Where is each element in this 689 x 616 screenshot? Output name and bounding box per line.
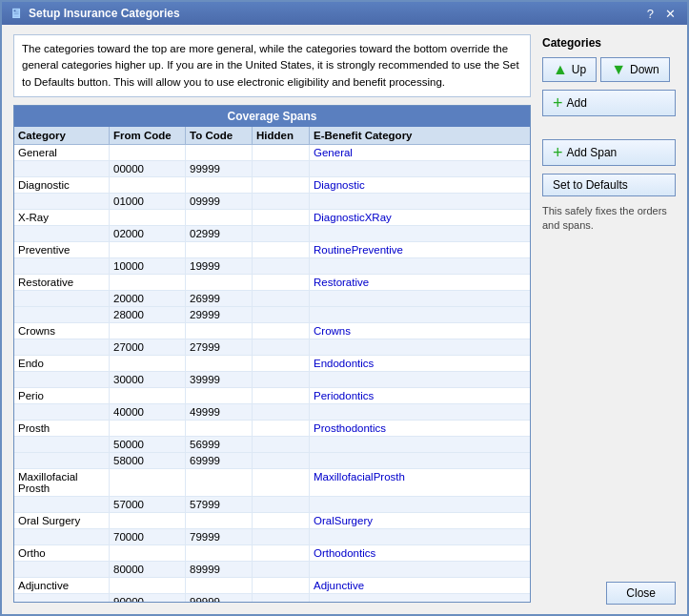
table-row[interactable]: CrownsCrowns: [14, 323, 530, 339]
cell-category: [14, 258, 110, 274]
cell-to-code: 02999: [186, 226, 253, 241]
table-row[interactable]: PreventiveRoutinePreventive: [14, 242, 530, 258]
add-span-icon: +: [553, 144, 563, 161]
cell-to-code: 57999: [186, 497, 253, 512]
cell-category: Diagnostic: [14, 177, 110, 193]
cell-category: [14, 161, 110, 176]
cell-category: [14, 404, 110, 420]
table-row[interactable]: 0100009999: [14, 194, 530, 210]
help-button[interactable]: ?: [643, 7, 658, 21]
table-row[interactable]: MaxillofacialProsthMaxillofacialProsth: [14, 469, 530, 497]
cell-to-code: 49999: [186, 404, 253, 420]
table-row[interactable]: 5700057999: [14, 497, 530, 513]
cell-from-code: 01000: [110, 194, 186, 209]
cell-category: [14, 453, 110, 468]
cell-ebenefit: [310, 258, 530, 274]
window-close-button[interactable]: ✕: [661, 7, 679, 21]
cell-ebenefit: Restorative: [310, 275, 530, 290]
cell-ebenefit: [310, 161, 530, 176]
table-row[interactable]: 5000056999: [14, 437, 530, 453]
table-row[interactable]: ProsthProsthodontics: [14, 421, 530, 437]
cell-from-code: [110, 210, 186, 225]
cell-to-code: [186, 469, 253, 496]
cell-from-code: [110, 356, 186, 371]
set-defaults-button[interactable]: Set to Defaults: [542, 174, 676, 196]
cell-from-code: 10000: [110, 258, 186, 274]
down-button[interactable]: ▼ Down: [600, 57, 670, 82]
cell-hidden: [253, 421, 310, 436]
cell-ebenefit: MaxillofacialProsth: [310, 469, 530, 496]
right-panel: Categories ▲ Up ▼ Down + Add + Add Span: [542, 34, 676, 603]
cell-from-code: 40000: [110, 404, 186, 420]
cell-hidden: [253, 242, 310, 257]
cell-hidden: [253, 226, 310, 241]
add-span-button[interactable]: + Add Span: [542, 139, 676, 166]
cell-category: Oral Surgery: [14, 513, 110, 528]
table-row[interactable]: 2700027999: [14, 339, 530, 356]
cell-category: [14, 291, 110, 306]
table-row[interactable]: 0200002999: [14, 226, 530, 242]
cell-ebenefit: [310, 372, 530, 387]
table-row[interactable]: 3000039999: [14, 372, 530, 388]
table-row[interactable]: GeneralGeneral: [14, 145, 530, 161]
cell-category: [14, 529, 110, 544]
table-row[interactable]: PerioPeriodontics: [14, 388, 530, 404]
down-arrow-icon: ▼: [611, 62, 626, 77]
table-row[interactable]: 7000079999: [14, 529, 530, 545]
cell-hidden: [253, 594, 310, 602]
table-columns-header: Category From Code To Code Hidden E-Bene…: [14, 127, 530, 145]
coverage-spans-table: Coverage Spans Category From Code To Cod…: [13, 105, 531, 603]
hint-text: This safely fixes the orders and spans.: [542, 204, 676, 234]
cell-from-code: [110, 242, 186, 257]
cell-category: Prosth: [14, 421, 110, 436]
table-row[interactable]: AdjunctiveAdjunctive: [14, 578, 530, 594]
add-label: Add: [567, 96, 587, 110]
add-icon: +: [553, 94, 563, 112]
cell-to-code: 09999: [186, 194, 253, 209]
cell-from-code: 58000: [110, 453, 186, 468]
cell-ebenefit: [310, 291, 530, 306]
table-row[interactable]: 1000019999: [14, 258, 530, 275]
cell-to-code: [186, 275, 253, 290]
table-row[interactable]: 4000049999: [14, 404, 530, 421]
cell-ebenefit: [310, 307, 530, 322]
cell-hidden: [253, 513, 310, 528]
cell-from-code: [110, 323, 186, 339]
main-window: 🖥 Setup Insurance Categories ? ✕ The cat…: [0, 0, 689, 616]
table-row[interactable]: 5800069999: [14, 453, 530, 469]
table-row[interactable]: 8000089999: [14, 562, 530, 578]
table-row[interactable]: EndoEndodontics: [14, 356, 530, 372]
cell-category: [14, 194, 110, 209]
table-row[interactable]: Oral SurgeryOralSurgery: [14, 513, 530, 529]
cell-to-code: 26999: [186, 291, 253, 306]
table-body: GeneralGeneral0000099999DiagnosticDiagno…: [14, 145, 530, 602]
cell-hidden: [253, 545, 310, 561]
cell-ebenefit: RoutinePreventive: [310, 242, 530, 257]
cell-to-code: 27999: [186, 339, 253, 355]
cell-hidden: [253, 356, 310, 371]
cell-from-code: 20000: [110, 291, 186, 306]
title-bar: 🖥 Setup Insurance Categories ? ✕: [2, 2, 687, 25]
cell-hidden: [253, 578, 310, 593]
table-row[interactable]: X-RayDiagnosticXRay: [14, 210, 530, 226]
up-button[interactable]: ▲ Up: [542, 57, 597, 82]
col-from-code: From Code: [110, 127, 186, 144]
cell-category: Endo: [14, 356, 110, 371]
table-row[interactable]: 2000026999: [14, 291, 530, 307]
cell-to-code: [186, 145, 253, 160]
cell-ebenefit: Endodontics: [310, 356, 530, 371]
table-row[interactable]: 2800029999: [14, 307, 530, 323]
close-button[interactable]: Close: [606, 582, 676, 605]
cell-category: Crowns: [14, 323, 110, 339]
cell-to-code: [186, 323, 253, 339]
add-button[interactable]: + Add: [542, 90, 676, 116]
cell-ebenefit: Diagnostic: [310, 177, 530, 193]
cell-hidden: [253, 372, 310, 387]
table-row[interactable]: 0000099999: [14, 161, 530, 177]
table-row[interactable]: RestorativeRestorative: [14, 275, 530, 291]
table-row[interactable]: 9000099999: [14, 594, 530, 602]
cell-category: [14, 594, 110, 602]
table-row[interactable]: DiagnosticDiagnostic: [14, 177, 530, 194]
cell-hidden: [253, 529, 310, 544]
table-row[interactable]: OrthoOrthodontics: [14, 545, 530, 562]
